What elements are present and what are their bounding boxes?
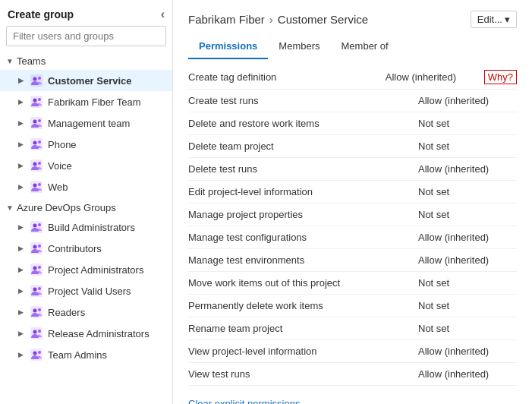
svg-point-28 bbox=[33, 288, 37, 292]
group-icon bbox=[30, 220, 43, 234]
svg-point-10 bbox=[33, 141, 37, 145]
svg-point-8 bbox=[38, 119, 41, 122]
sidebar-item-management-team[interactable]: ▶ Management team bbox=[0, 112, 172, 134]
item-expand-icon: ▶ bbox=[18, 77, 24, 84]
edit-dropdown-icon: ▾ bbox=[505, 14, 510, 25]
group-label: Build Administrators bbox=[48, 222, 135, 233]
permission-name: Permanently delete work items bbox=[188, 300, 418, 311]
permission-value: Not set bbox=[418, 277, 517, 289]
teams-chevron-icon: ▼ bbox=[6, 57, 14, 65]
svg-point-26 bbox=[38, 266, 41, 269]
sidebar-item-team-admins[interactable]: ▶ Team Admins bbox=[0, 344, 172, 365]
item-expand-icon: ▶ bbox=[18, 266, 24, 273]
search-input[interactable] bbox=[6, 26, 166, 46]
group-icon bbox=[30, 241, 43, 255]
edit-button[interactable]: Edit... ▾ bbox=[471, 11, 517, 28]
item-expand-icon: ▶ bbox=[18, 98, 24, 106]
permission-name: Rename team project bbox=[188, 323, 418, 334]
azure-chevron-icon: ▼ bbox=[6, 204, 14, 212]
svg-point-11 bbox=[38, 140, 41, 144]
group-icon bbox=[30, 263, 43, 276]
sidebar-item-web[interactable]: ▶ Web bbox=[0, 176, 172, 197]
group-icon bbox=[30, 348, 43, 361]
permission-row-13: View test runs Allow (inherited) bbox=[188, 363, 517, 386]
sidebar-item-fabrikam-fiber-team[interactable]: ▶ Fabrikam Fiber Team bbox=[0, 91, 172, 112]
svg-point-2 bbox=[38, 77, 41, 80]
azure-section-title[interactable]: ▼ Azure DevOps Groups bbox=[0, 199, 172, 216]
item-expand-icon: ▶ bbox=[18, 330, 24, 337]
sidebar-item-customer-service[interactable]: ▶ Customer Service bbox=[0, 70, 172, 91]
permission-value: Allow (inherited) bbox=[386, 71, 484, 83]
svg-point-7 bbox=[33, 120, 37, 124]
permission-row-2: Delete and restore work items Not set bbox=[188, 112, 517, 135]
svg-point-34 bbox=[33, 330, 37, 334]
team-label: Customer Service bbox=[48, 75, 132, 87]
collapse-button[interactable]: ‹ bbox=[161, 8, 165, 21]
breadcrumb-parent: Fabrikam Fiber bbox=[188, 13, 265, 26]
team-label: Management team bbox=[48, 118, 130, 129]
group-label: Project Valid Users bbox=[48, 286, 131, 297]
item-expand-icon: ▶ bbox=[18, 308, 24, 316]
permission-value: Not set bbox=[418, 140, 517, 152]
sidebar-title: Create group bbox=[8, 8, 74, 21]
header-area: Fabrikam Fiber › Customer Service Edit..… bbox=[173, 0, 532, 59]
tab-member_of[interactable]: Member of bbox=[331, 34, 399, 59]
group-icon bbox=[30, 95, 43, 109]
permission-name: View test runs bbox=[188, 368, 418, 380]
svg-point-25 bbox=[33, 267, 37, 270]
sidebar-item-readers[interactable]: ▶ Readers bbox=[0, 301, 172, 323]
svg-point-22 bbox=[33, 245, 37, 249]
sidebar-item-project-administrators[interactable]: ▶ Project Administrators bbox=[0, 259, 172, 280]
permission-name: Manage test environments bbox=[188, 254, 418, 266]
permission-value: Allow (inherited) bbox=[418, 346, 517, 357]
teams-section-title[interactable]: ▼ Teams bbox=[0, 52, 172, 70]
teams-list: ▶ Customer Service ▶ Fabrikam Fiber Team… bbox=[0, 70, 172, 197]
svg-point-5 bbox=[38, 98, 41, 101]
permission-value: Allow (inherited) bbox=[418, 254, 517, 266]
permission-row-11: Rename team project Not set bbox=[188, 317, 517, 340]
azure-section-label: Azure DevOps Groups bbox=[17, 202, 116, 213]
svg-point-4 bbox=[33, 99, 37, 103]
sidebar-item-voice[interactable]: ▶ Voice bbox=[0, 155, 172, 176]
breadcrumb-row: Fabrikam Fiber › Customer Service Edit..… bbox=[188, 11, 517, 28]
item-expand-icon: ▶ bbox=[18, 162, 24, 169]
svg-point-32 bbox=[38, 308, 41, 311]
svg-point-19 bbox=[33, 224, 37, 228]
svg-point-17 bbox=[38, 183, 41, 186]
permission-name: Delete test runs bbox=[188, 163, 418, 175]
why-link[interactable]: Why? bbox=[484, 70, 517, 84]
permission-row-6: Manage project properties Not set bbox=[188, 204, 517, 226]
permission-value: Allow (inherited) bbox=[418, 368, 517, 380]
sidebar-header: Create group ‹ bbox=[0, 0, 172, 26]
breadcrumb-current: Customer Service bbox=[278, 13, 368, 26]
breadcrumb: Fabrikam Fiber › Customer Service bbox=[188, 13, 461, 26]
permission-value: Not set bbox=[418, 209, 517, 220]
group-icon bbox=[30, 116, 43, 130]
sidebar: Create group ‹ ▼ Teams ▶ Customer Servic… bbox=[0, 0, 173, 404]
sidebar-item-contributors[interactable]: ▶ Contributors bbox=[0, 238, 172, 259]
group-label: Readers bbox=[48, 307, 85, 318]
permission-name: Manage test configurations bbox=[188, 232, 418, 243]
tab-permissions[interactable]: Permissions bbox=[188, 34, 268, 59]
permission-name: Delete team project bbox=[188, 140, 418, 152]
group-label: Contributors bbox=[48, 243, 102, 254]
group-icon bbox=[30, 137, 43, 151]
sidebar-item-release-administrators[interactable]: ▶ Release Administrators bbox=[0, 323, 172, 344]
group-icon bbox=[30, 284, 43, 298]
sidebar-item-phone[interactable]: ▶ Phone bbox=[0, 134, 172, 155]
tab-members[interactable]: Members bbox=[268, 34, 330, 59]
permission-name: Delete and restore work items bbox=[188, 118, 418, 129]
svg-point-13 bbox=[33, 163, 37, 166]
team-label: Voice bbox=[48, 160, 72, 172]
permission-value: Not set bbox=[418, 186, 517, 197]
group-icon bbox=[30, 74, 43, 87]
clear-permissions-button[interactable]: Clear explicit permissions bbox=[188, 395, 300, 404]
team-label: Phone bbox=[48, 139, 77, 150]
sidebar-item-build-administrators[interactable]: ▶ Build Administrators bbox=[0, 216, 172, 238]
item-expand-icon: ▶ bbox=[18, 140, 24, 148]
group-label: Team Admins bbox=[48, 349, 107, 361]
sidebar-item-project-valid-users[interactable]: ▶ Project Valid Users bbox=[0, 280, 172, 301]
permission-value: Allow (inherited) bbox=[418, 163, 517, 175]
group-icon bbox=[30, 159, 43, 172]
svg-point-38 bbox=[38, 351, 41, 354]
